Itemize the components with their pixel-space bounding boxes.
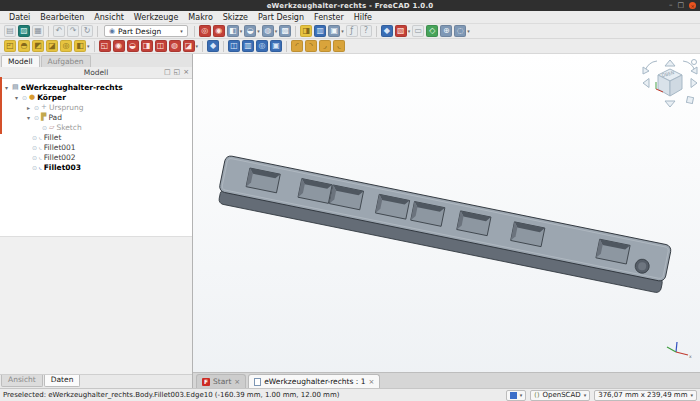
save-icon[interactable]: ▦: [32, 25, 44, 37]
hole-icon[interactable]: ◉: [113, 40, 125, 52]
menu-bearbeiten[interactable]: Bearbeiten: [35, 13, 89, 22]
panel-close-icon[interactable]: ×: [183, 69, 189, 76]
axis-cross-icon[interactable]: ⊕: [440, 25, 452, 37]
visibility-icon[interactable]: ⊙: [32, 154, 37, 161]
chevron-down-icon[interactable]: ▾: [196, 43, 199, 49]
image-plane-icon[interactable]: ▧: [395, 25, 407, 37]
tab-daten[interactable]: Daten: [44, 375, 81, 387]
unit-system-selector[interactable]: () OpenSCAD ▾: [530, 390, 590, 401]
measure-icon[interactable]: ◇: [426, 25, 438, 37]
navigation-cube[interactable]: OBEN: [643, 60, 697, 108]
tree-item-fillet003[interactable]: ⊙ ◟ Fillet003: [0, 162, 192, 172]
refresh-icon[interactable]: ↻: [81, 25, 93, 37]
whats-this-icon[interactable]: ?: [360, 25, 372, 37]
pad-icon[interactable]: ◰: [4, 40, 16, 52]
tree-item-document[interactable]: ▾ ▤ eWerkzeughalter-rechts: [0, 82, 192, 92]
appearance-icon[interactable]: ◨: [300, 25, 312, 37]
groove-icon[interactable]: ◒: [127, 40, 139, 52]
fit-all-icon[interactable]: ◎: [199, 25, 211, 37]
doc-tab-start[interactable]: F Start ×: [196, 374, 246, 388]
panel-restore-icon[interactable]: ◱: [174, 69, 181, 76]
pocket-icon[interactable]: ◱: [99, 40, 111, 52]
linear-pattern-icon[interactable]: ▥: [242, 40, 254, 52]
tab-modell[interactable]: Modell: [1, 55, 40, 67]
link-make-icon[interactable]: ▣: [328, 25, 340, 37]
close-icon[interactable]: ×: [369, 378, 375, 386]
visibility-icon[interactable]: ⊙: [34, 104, 39, 111]
redo-icon[interactable]: ↷: [67, 25, 79, 37]
rotate-view-icon[interactable]: ◒: [244, 25, 256, 37]
thickness-tool-icon[interactable]: ◟: [333, 40, 345, 52]
expander-icon[interactable]: ▾: [25, 114, 32, 121]
visibility-icon[interactable]: ⊙: [22, 94, 27, 101]
property-editor[interactable]: [0, 237, 192, 374]
chevron-down-icon[interactable]: ▾: [257, 28, 260, 34]
color-swatch-selector[interactable]: ▾: [506, 390, 527, 401]
menu-werkzeuge[interactable]: Werkzeuge: [129, 13, 183, 22]
close-icon[interactable]: ×: [234, 378, 240, 386]
workbench-selector[interactable]: ◉ Part Design ▾: [104, 25, 188, 37]
new-file-icon[interactable]: ▤: [4, 25, 16, 37]
tab-ansicht[interactable]: Ansicht: [1, 375, 43, 387]
multitransform-icon[interactable]: ▣: [270, 40, 282, 52]
clear-measure-icon[interactable]: ◌: [454, 25, 466, 37]
model-toolholder[interactable]: [216, 155, 672, 294]
maximize-button[interactable]: □: [677, 2, 684, 9]
titlebar[interactable]: eWerkzeughalter-rechts - FreeCAD 1.0.0 –…: [0, 0, 700, 11]
expander-icon[interactable]: ▾: [13, 94, 20, 101]
subtractive-loft-icon[interactable]: ◨: [141, 40, 153, 52]
chevron-down-icon[interactable]: ▾: [87, 43, 90, 49]
tree-item-pad[interactable]: ▾ ⊙ ▛ Pad: [0, 112, 192, 122]
chevron-down-icon[interactable]: ▾: [240, 28, 243, 34]
chevron-down-icon[interactable]: ▾: [467, 28, 470, 34]
minimize-button[interactable]: –: [669, 2, 673, 9]
texture-view-icon[interactable]: ▩: [279, 25, 291, 37]
chevron-down-icon[interactable]: ▾: [408, 28, 411, 34]
3d-view-canvas[interactable]: OBEN x: [193, 54, 700, 372]
menu-makro[interactable]: Makro: [183, 13, 217, 22]
menu-datei[interactable]: Datei: [4, 13, 35, 22]
tree-item-origin[interactable]: ▸ ⊙ + Ursprung: [0, 102, 192, 112]
menu-part-design[interactable]: Part Design: [253, 13, 309, 22]
tab-aufgaben[interactable]: Aufgaben: [41, 55, 91, 67]
subtractive-pipe-icon[interactable]: ◫: [155, 40, 167, 52]
menu-hilfe[interactable]: Hilfe: [349, 13, 377, 22]
chevron-down-icon[interactable]: ▾: [275, 28, 278, 34]
revolution-icon[interactable]: ◓: [18, 40, 30, 52]
additive-loft-icon[interactable]: ◩: [32, 40, 44, 52]
zoom-selection-icon[interactable]: ◉: [213, 25, 225, 37]
std-part-icon[interactable]: ◆: [381, 25, 393, 37]
std-views-icon[interactable]: ◧: [227, 25, 239, 37]
additive-pipe-icon[interactable]: ◪: [46, 40, 58, 52]
chamfer-tool-icon[interactable]: ◝: [305, 40, 317, 52]
tree-item-fillet002[interactable]: ⊙ ◟ Fillet002: [0, 152, 192, 162]
visibility-icon[interactable]: ⊙: [42, 124, 47, 131]
tree-item-fillet001[interactable]: ⊙ ◟ Fillet001: [0, 142, 192, 152]
dependency-graph-icon[interactable]: ▥: [314, 25, 326, 37]
mirrored-icon[interactable]: ◫: [228, 40, 240, 52]
visibility-icon[interactable]: ⊙: [32, 144, 37, 151]
fillet-tool-icon[interactable]: ◜: [291, 40, 303, 52]
close-button[interactable]: ×: [689, 2, 696, 9]
subtractive-helix-icon[interactable]: ◍: [169, 40, 181, 52]
boolean-icon[interactable]: ◆: [207, 40, 219, 52]
draft-tool-icon[interactable]: ◞: [319, 40, 331, 52]
expander-icon[interactable]: ▸: [25, 104, 32, 111]
group-icon[interactable]: ▭: [412, 25, 424, 37]
visibility-icon[interactable]: ⊙: [32, 134, 37, 141]
tree-item-body[interactable]: ▾ ⊙ ● Körper: [0, 92, 192, 102]
additive-helix-icon[interactable]: ◎: [60, 40, 72, 52]
subtractive-primitive-icon[interactable]: ◪: [183, 40, 195, 52]
expander-icon[interactable]: ▾: [3, 84, 10, 91]
expression-icon[interactable]: ƒ: [346, 25, 358, 37]
doc-tab-document[interactable]: eWerkzeughalter-rechts : 1 ×: [248, 374, 380, 388]
view-dimensions-selector[interactable]: 376,07 mm x 239,49 mm ▾: [594, 390, 697, 401]
polar-pattern-icon[interactable]: ◎: [256, 40, 268, 52]
tree-item-fillet[interactable]: ⊙ ◟ Fillet: [0, 132, 192, 142]
panel-float-icon[interactable]: □: [164, 69, 171, 76]
undo-icon[interactable]: ↶: [53, 25, 65, 37]
menu-fenster[interactable]: Fenster: [309, 13, 349, 22]
additive-primitive-icon[interactable]: ◧: [74, 40, 86, 52]
open-file-icon[interactable]: ▨: [18, 25, 30, 37]
tree-item-sketch[interactable]: ⊙ ▱ Sketch: [0, 122, 192, 132]
